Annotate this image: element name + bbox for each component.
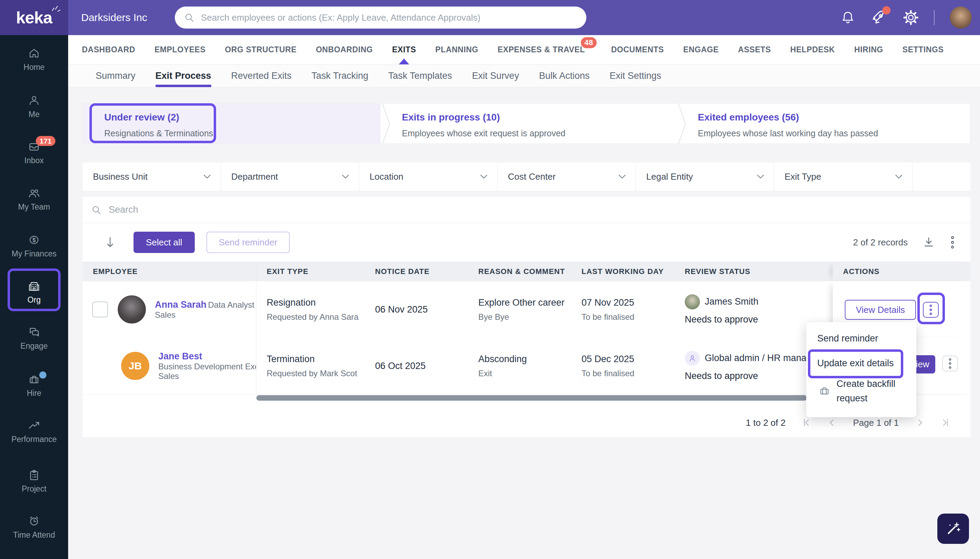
stage-exited-employees[interactable]: Exited employees (56) Employees whose la… [676,104,970,144]
whats-new-rocket-icon[interactable] [871,9,888,26]
sidebar-item-time-attend[interactable]: Time Attend [0,514,68,540]
previous-page-icon[interactable] [828,418,836,427]
download-icon[interactable] [922,236,935,249]
column-exit-type: EXIT TYPE [256,261,365,281]
filter-bar-spacer [912,162,970,191]
row-actions-kebab-icon[interactable] [942,356,958,371]
employee-name-link[interactable]: Anna Sarah [155,299,206,310]
select-all-button[interactable]: Select all [134,232,195,253]
menu-item-create-backfill-request[interactable]: Create backfill request [818,377,905,405]
more-options-kebab-icon[interactable] [950,235,955,249]
filter-exit-type[interactable]: Exit Type [774,162,912,191]
column-notice-date: NOTICE DATE [365,261,468,281]
employee-department: Sales [155,310,175,319]
nav-planning[interactable]: PLANNING [435,35,478,64]
assistant-wand-button[interactable] [937,514,969,544]
next-page-icon[interactable] [915,418,924,427]
keka-logo: keka [0,0,68,35]
nav-exits[interactable]: EXITS [392,35,416,64]
last-page-icon[interactable] [941,418,950,427]
tab-exit-settings[interactable]: Exit Settings [609,65,661,87]
inbox-icon: 171 [0,140,68,153]
expenses-badge: 48 [581,37,597,48]
sort-icon[interactable] [103,235,117,250]
nav-assets[interactable]: ASSETS [738,35,771,64]
user-icon [0,94,68,107]
logo-text: keka [16,8,52,27]
sidebar-item-performance[interactable]: Performance [0,419,68,444]
lwd-note: To be finalised [582,369,675,378]
exit-type: Termination [267,354,365,364]
tab-exit-process[interactable]: Exit Process [155,65,211,87]
sidebar-item-engage[interactable]: Engage [0,326,68,351]
table-search[interactable] [82,197,970,223]
chevron-down-icon [757,174,764,179]
nav-engage[interactable]: ENGAGE [683,35,719,64]
sidebar-item-org[interactable]: Org [0,280,68,304]
tab-bulk-actions[interactable]: Bulk Actions [539,65,589,87]
nav-helpdesk[interactable]: HELPDESK [790,35,835,64]
nav-onboarding[interactable]: ONBOARDING [316,35,373,64]
topbar: Darksiders Inc [68,0,980,35]
filter-legal-entity[interactable]: Legal Entity [636,162,774,191]
chevron-down-icon [895,174,902,179]
tab-summary[interactable]: Summary [96,65,135,87]
filter-business-unit[interactable]: Business Unit [82,162,221,191]
sidebar-item-my-finances[interactable]: $ My Finances [0,233,68,258]
settings-gear-icon[interactable] [903,10,919,25]
filter-location[interactable]: Location [359,162,498,191]
view-details-button[interactable]: View Details [845,300,916,320]
sidebar-item-inbox[interactable]: 171 Inbox [0,140,68,165]
menu-item-send-reminder[interactable]: Send reminder [817,333,878,344]
nav-dashboard[interactable]: DASHBOARD [82,35,135,64]
requested-by: Requested by Mark Scot [267,369,365,378]
nav-hiring[interactable]: HIRING [854,35,883,64]
profile-avatar[interactable] [950,7,972,28]
tab-reverted-exits[interactable]: Reverted Exits [231,65,292,87]
nav-employees[interactable]: EMPLOYEES [155,35,206,64]
main-navigation: DASHBOARD EMPLOYEES ORG STRUCTURE ONBOAR… [68,35,980,65]
chevron-down-icon [480,174,488,179]
company-name: Darksiders Inc [81,0,147,35]
reviewer-name: James Smith [705,296,758,307]
logo-sparkle-icon [51,3,61,13]
horizontal-scrollbar[interactable] [256,395,807,401]
exit-type: Resignation [267,298,365,308]
menu-item-update-exit-details[interactable]: Update exit details [817,358,894,369]
sidebar-item-my-team[interactable]: My Team [0,187,68,212]
nav-org-structure[interactable]: ORG STRUCTURE [225,35,296,64]
tab-task-tracking[interactable]: Task Tracking [312,65,368,87]
tab-exit-survey[interactable]: Exit Survey [472,65,519,87]
sidebar-item-hire[interactable]: Hire [0,373,68,398]
reviewer-role-icon [685,351,700,366]
sidebar-item-project[interactable]: Project [0,468,68,494]
nav-settings[interactable]: SETTINGS [902,35,944,64]
global-search-input[interactable] [200,12,577,23]
stage-exits-in-progress[interactable]: Exits in progress (10) Employees whose e… [381,104,676,144]
row-actions-kebab-icon[interactable] [923,302,939,318]
table-search-input[interactable] [108,204,970,215]
chevron-down-icon [342,174,349,179]
filter-cost-center[interactable]: Cost Center [498,162,636,191]
first-page-icon[interactable] [802,418,811,427]
nav-expenses-travel[interactable]: EXPENSES & TRAVEL48 [498,35,585,64]
list-toolbar: Select all Send reminder 2 of 2 records [82,223,970,261]
filter-bar: Business Unit Department Location Cost C… [82,162,970,191]
sidebar-item-home[interactable]: Home [0,47,68,72]
last-working-day: 07 Nov 2025 [582,298,675,308]
notifications-bell-icon[interactable] [840,10,855,25]
employee-name-link[interactable]: Jane Best [158,351,202,361]
column-reason-comment: REASON & COMMENT [468,261,571,281]
clock-icon [0,514,68,528]
tab-task-templates[interactable]: Task Templates [388,65,452,87]
filter-department[interactable]: Department [221,162,359,191]
nav-documents[interactable]: DOCUMENTS [611,35,664,64]
row-checkbox[interactable] [92,301,108,318]
sidebar-item-me[interactable]: Me [0,94,68,119]
chevron-down-icon [203,174,211,179]
send-reminder-button[interactable]: Send reminder [206,232,290,253]
stage-under-review[interactable]: Under review (2) Resignations & Terminat… [83,104,381,144]
column-review-status: REVIEW STATUS [675,261,833,281]
global-search[interactable] [175,7,586,28]
topbar-divider [934,10,935,25]
